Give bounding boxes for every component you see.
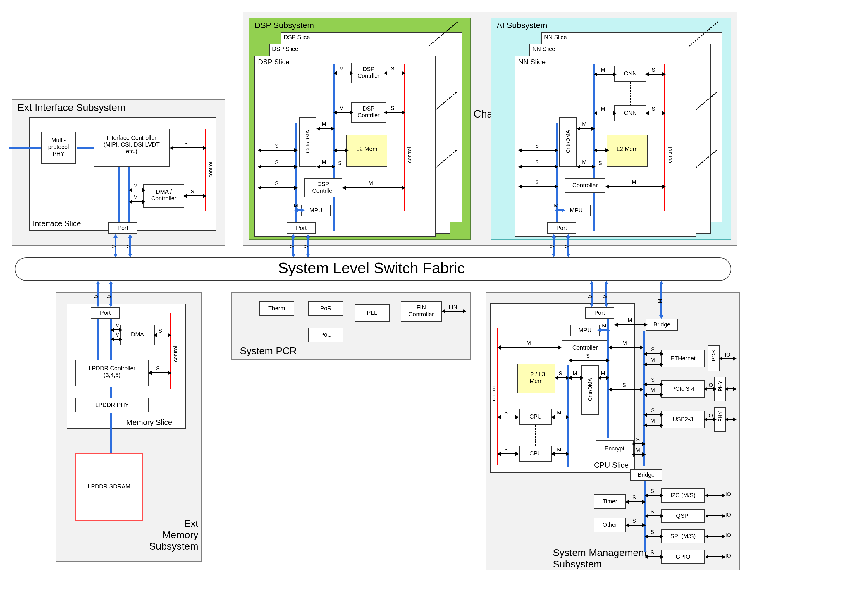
spi-label: SPI (M/S)	[661, 533, 705, 540]
sm-l2l3-label: L2 / L3 Mem	[517, 371, 555, 384]
dsp-mpu-label: MPU	[301, 207, 331, 214]
intf-control-label: control	[208, 158, 214, 181]
sm-control-label: control	[491, 381, 497, 405]
nn-control-label: control	[667, 144, 673, 167]
timer-label: Timer	[594, 498, 626, 505]
i2c-label: I2C (M/S)	[661, 492, 705, 499]
dsp-control-label: control	[407, 144, 413, 167]
dsp-controller-2-label: DSP Contrller	[351, 105, 386, 119]
sm-cntrdma-label: Cntr/DMA	[587, 372, 594, 407]
dsp-slice-back2-label: DSP Slice	[284, 34, 325, 41]
ext-interface-title: Ext Interface Subsystem	[18, 102, 126, 113]
memory-slice-label: Memory Slice	[117, 418, 181, 427]
sm-controller-label: Controller	[561, 344, 608, 351]
cpu-1-label: CPU	[519, 413, 552, 420]
dsp-slice-back1-label: DSP Slice	[272, 46, 313, 52]
qspi-label: QSPI	[661, 513, 705, 519]
mem-dma-label: DMA	[120, 331, 155, 338]
interface-slice-label: Interface Slice	[33, 219, 97, 228]
phy-label: Multi- protocol PHY	[41, 137, 76, 157]
dsp-slice-label: DSP Slice	[258, 58, 299, 66]
lpddr-sdram-label: LPDDR SDRAM	[75, 483, 143, 490]
sm-mpu-label: MPU	[570, 327, 600, 334]
intf-dma-label: DMA / Controller	[143, 188, 184, 202]
ext-memory-title: Ext Memory Subsystem	[137, 518, 198, 552]
fabric-title: System Level Switch Fabric	[254, 260, 488, 277]
sm-bridge-bot-label: Bridge	[630, 471, 662, 478]
nn-l2-label: L2 Mem	[607, 146, 648, 153]
dsp-controller-3-label: DSP Contrller	[304, 181, 342, 194]
nn-slice-back1-label: NN Slice	[532, 46, 573, 52]
cnn-2-label: CNN	[614, 110, 646, 117]
dsp-cntr-dma-label: Cntr/DMA	[305, 124, 311, 159]
intf-ctrl-label: Interface Controller (MIPI, CSI, DSI LVD…	[94, 135, 170, 155]
nn-controller-label: Controller	[564, 182, 606, 189]
nn-slice-back2-label: NN Slice	[544, 34, 585, 41]
other-label: Other	[594, 522, 626, 528]
pll-label: PLL	[355, 309, 390, 316]
sm-port-label: Port	[585, 309, 614, 316]
pcs-label: PCS	[711, 347, 717, 365]
lpddr-ctrl-label: LPDDR Controller (3,4,5)	[75, 365, 148, 378]
gpio-label: GPIO	[661, 553, 705, 560]
dsp-l2-label: L2 Mem	[346, 146, 387, 153]
poc-label: PoC	[308, 331, 343, 338]
mem-control-label: control	[172, 342, 179, 366]
dsp-controller-1-label: DSP Contrller	[351, 66, 386, 79]
por-label: PoR	[308, 305, 343, 312]
lpddr-phy-label: LPDDR PHY	[75, 402, 148, 408]
nn-mpu-label: MPU	[561, 207, 591, 214]
cpu-slice-label: CPU Slice	[591, 461, 632, 469]
dsp-subsystem-title: DSP Subsystem	[254, 21, 331, 30]
fin-label: FIN	[449, 304, 457, 310]
cpu-2-label: CPU	[519, 450, 552, 457]
nn-port-label: Port	[547, 225, 576, 231]
therm-label: Therm	[259, 305, 294, 312]
sm-bridge-top-label: Bridge	[646, 321, 678, 328]
mem-port-label: Port	[91, 309, 120, 316]
nn-cntr-dma-label: Cntr/DMA	[565, 124, 571, 159]
usb-phy-label: PHY	[717, 408, 724, 425]
diagram-canvas: System Level Switch Fabric Channel 0 DSP…	[0, 0, 850, 616]
pcie-label: PCIe 3-4	[661, 386, 705, 392]
fin-ctrl-label: FIN Controller	[401, 304, 441, 318]
dsp-port-label: Port	[287, 225, 316, 231]
nn-slice-label: NN Slice	[518, 58, 559, 66]
eth-label: ETHernet	[661, 355, 705, 362]
system-pcr-title: System PCR	[240, 345, 297, 357]
usb-label: USB2-3	[661, 416, 705, 423]
ai-subsystem-title: AI Subsystem	[497, 21, 561, 30]
pcie-phy-label: PHY	[717, 377, 724, 395]
cnn-1-label: CNN	[614, 70, 646, 77]
intf-port-label: Port	[108, 225, 138, 231]
sm-encrypt-label: Encrypt	[596, 445, 633, 452]
